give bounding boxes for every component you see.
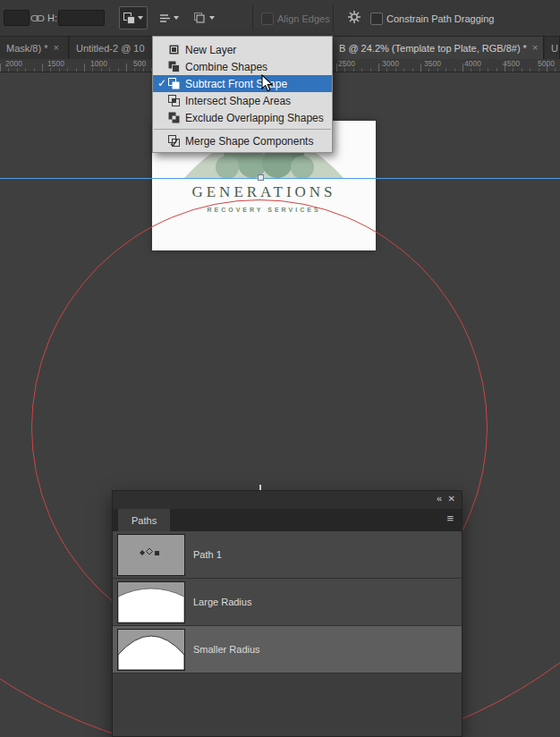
ruler-label: 4500 — [503, 59, 520, 68]
mouse-cursor-icon — [261, 74, 275, 97]
path-row-path1[interactable]: Path 1 — [113, 531, 462, 579]
path-name: Smaller Radius — [193, 644, 260, 655]
menu-item-label: Combine Shapes — [185, 61, 267, 73]
arrange-paths-icon — [194, 13, 207, 24]
options-bar: H: Align Edges Constrain Path Dragging — [0, 0, 560, 37]
path-alignment-button[interactable] — [156, 6, 182, 30]
new-layer-icon — [168, 44, 180, 55]
link-dimensions-icon[interactable] — [30, 12, 45, 28]
checkmark-icon: ✓ — [157, 77, 168, 89]
ruler-label: 2000 — [5, 59, 22, 68]
menu-item-subtract-front-shape[interactable]: ✓ Subtract Front Shape — [153, 75, 332, 92]
large-radius-thumbnail — [117, 581, 185, 623]
paths-panel: « ✕ Paths ≡ Path 1 Large Radius Smaller … — [112, 490, 462, 737]
ruler-label: 3000 — [382, 59, 399, 68]
combine-shapes-icon — [123, 13, 135, 24]
constrain-path-dragging-label: Constrain Path Dragging — [386, 13, 494, 24]
collapse-panel-icon[interactable]: « — [437, 494, 442, 504]
close-panel-icon[interactable]: ✕ — [448, 495, 455, 504]
shape-operations-menu: New Layer Combine Shapes ✓ Subtract Fron… — [152, 36, 333, 153]
tab-label: U — [551, 43, 558, 54]
merge-shape-components-icon — [168, 135, 180, 147]
exclude-overlapping-shapes-icon — [168, 112, 180, 123]
height-field[interactable] — [58, 10, 105, 26]
width-field[interactable] — [4, 10, 30, 26]
document-tab-1[interactable]: Mask/8) * × — [0, 37, 69, 59]
menu-item-merge-shape-components[interactable]: Merge Shape Components — [153, 132, 332, 149]
subtract-front-shape-icon — [168, 78, 180, 89]
intersect-shape-areas-icon — [168, 95, 180, 106]
ruler-label: 3500 — [424, 59, 441, 68]
menu-item-label: Intersect Shape Areas — [185, 95, 291, 107]
ruler-label: 1500 — [47, 59, 64, 68]
ruler-label: 4000 — [464, 59, 481, 68]
gear-icon[interactable] — [347, 10, 361, 28]
ruler-label: 500 — [133, 59, 146, 68]
dropdown-caret-icon — [138, 16, 143, 20]
align-paths-icon — [159, 13, 171, 24]
menu-item-exclude-overlapping-shapes[interactable]: Exclude Overlapping Shapes — [153, 109, 332, 126]
menu-item-new-layer[interactable]: New Layer — [153, 41, 332, 58]
paths-panel-tabstrip: Paths ≡ — [113, 509, 462, 531]
document-tab-4[interactable]: U — [545, 37, 560, 59]
height-label: H: — [47, 13, 57, 23]
menu-separator — [154, 129, 331, 130]
path-arrangement-button[interactable] — [189, 6, 219, 30]
path-anchor-handle[interactable] — [258, 174, 264, 181]
align-edges-checkbox[interactable] — [261, 13, 274, 25]
document-tab-3[interactable]: B @ 24.2% (Template top Plate, RGB/8#) *… — [333, 37, 544, 59]
combine-shapes-icon — [168, 61, 180, 72]
panel-menu-icon[interactable]: ≡ — [446, 513, 454, 524]
toolbar-divider — [333, 5, 334, 30]
constrain-path-dragging-checkbox[interactable] — [370, 13, 383, 25]
path-operations-button[interactable] — [119, 6, 148, 30]
tab-label: B @ 24.2% (Template top Plate, RGB/8#) * — [339, 43, 527, 54]
ruler-label: 2500 — [338, 59, 355, 68]
paths-panel-header: « ✕ — [113, 491, 462, 509]
path-name: Large Radius — [193, 597, 251, 607]
menu-item-label: Exclude Overlapping Shapes — [185, 112, 324, 124]
ruler-label: 1000 — [90, 59, 107, 68]
path1-thumbnail — [117, 534, 185, 576]
menu-item-label: New Layer — [185, 44, 236, 56]
ruler-label: 5000 — [538, 59, 555, 68]
smaller-radius-thumbnail — [117, 629, 185, 671]
path-row-smaller-radius[interactable]: Smaller Radius — [113, 626, 462, 673]
menu-item-label: Merge Shape Components — [185, 135, 313, 148]
paths-tab[interactable]: Paths — [118, 509, 170, 531]
menu-item-intersect-shape-areas[interactable]: Intersect Shape Areas — [153, 92, 332, 109]
tab-close-icon[interactable]: × — [532, 43, 538, 53]
align-edges-label: Align Edges — [277, 13, 330, 24]
dropdown-caret-icon — [174, 16, 179, 20]
tab-label: Mask/8) * — [6, 43, 47, 54]
tab-label: Untitled-2 @ 10 — [76, 43, 145, 54]
path-name: Path 1 — [193, 549, 222, 560]
dropdown-caret-icon — [209, 16, 215, 20]
toolbar-divider — [252, 5, 253, 30]
tab-close-icon[interactable]: × — [53, 43, 58, 53]
document-tab-2[interactable]: Untitled-2 @ 10 — [70, 37, 155, 59]
menu-item-combine-shapes[interactable]: Combine Shapes — [153, 58, 332, 75]
path-row-large-radius[interactable]: Large Radius — [113, 579, 462, 626]
